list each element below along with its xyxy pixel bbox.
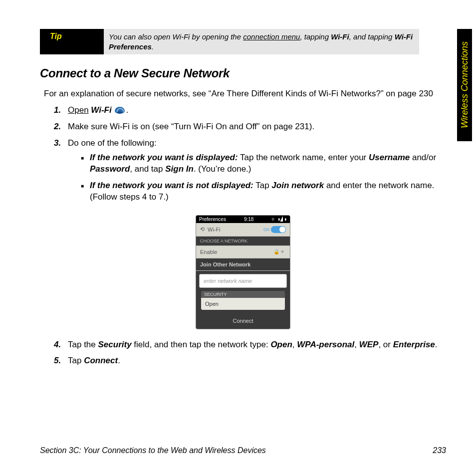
signal-icon: 🔒 ᯤ: [273, 249, 286, 254]
network-name-input[interactable]: enter network name: [199, 274, 287, 288]
tip-bold: Wi-Fi: [331, 32, 349, 41]
footer-section: Section 3C: Your Connections to the Web …: [40, 446, 266, 455]
manual-page: Wireless Connections Tip You can also op…: [0, 0, 476, 476]
term: Enterprise: [393, 340, 435, 349]
tip-body: You can also open Wi-Fi by opening the c…: [104, 29, 419, 54]
network-row-enable[interactable]: Enable 🔒 ᯤ: [196, 246, 290, 258]
tip-label: Tip: [40, 29, 104, 54]
step-number: 4.: [54, 339, 68, 351]
step-number: 1.: [54, 105, 68, 116]
term: Connect: [84, 356, 118, 365]
step-text: Do one of the following:: [68, 138, 157, 148]
term: WPA-personal: [297, 340, 354, 349]
steps-list: 1. Open Wi-Fi . 2. Make sure Wi-Fi is on…: [54, 105, 448, 208]
sub-text: Tap: [253, 181, 272, 190]
open-link[interactable]: Open: [68, 105, 89, 115]
step-text: .: [118, 356, 120, 365]
step-5: 5. Tap Connect.: [54, 355, 448, 367]
sub-bold: If the network you want is displayed:: [90, 153, 238, 162]
step-1: 1. Open Wi-Fi .: [54, 105, 448, 116]
wifi-toggle[interactable]: [271, 226, 286, 233]
sub-text: Tap the network name, enter your: [238, 153, 369, 162]
step-text: field, and then tap the network type:: [132, 340, 271, 349]
term: Security: [98, 340, 132, 349]
wifi-label: Wi-Fi: [208, 227, 221, 233]
term: Password: [90, 164, 130, 174]
step-text: ,: [354, 340, 359, 349]
sub-text: and/or: [410, 153, 436, 162]
tip-box: Tip You can also open Wi-Fi by opening t…: [40, 29, 419, 54]
side-tab: Wireless Connections: [457, 29, 472, 141]
step-text: .: [435, 340, 438, 349]
sub-text: , and tap: [130, 164, 165, 174]
network-name: Enable: [200, 249, 217, 255]
step-text: , or: [378, 340, 393, 349]
sub-list: ■ If the network you want is displayed: …: [81, 152, 448, 203]
step-2: 2. Make sure Wi-Fi is on (see “Turn Wi-F…: [54, 121, 448, 133]
toggle-label: On: [263, 227, 269, 232]
security-field[interactable]: SECURITY Open: [201, 291, 285, 310]
sub-bold: If the network you want is not displayed…: [90, 181, 253, 190]
step-4: 4. Tap the Security field, and then tap …: [54, 339, 448, 351]
app-name: Wi-Fi: [91, 105, 111, 115]
page-footer: Section 3C: Your Connections to the Web …: [40, 446, 446, 455]
step-text: Tap: [68, 356, 84, 365]
choose-network-header: CHOOSE A NETWORK: [196, 237, 290, 246]
connect-button[interactable]: Connect: [196, 314, 290, 329]
sub-text: . (You’re done.): [194, 164, 251, 174]
step-text: .: [126, 105, 128, 115]
step-number: 3.: [54, 138, 68, 208]
section-heading: Connect to a New Secure Network: [40, 66, 446, 80]
status-time: 9:18: [244, 217, 253, 222]
status-left: Preferences: [199, 217, 226, 222]
step-number: 5.: [54, 355, 68, 367]
tip-text: , and tapping: [349, 32, 395, 41]
wifi-icon: [115, 107, 125, 114]
phone-status-bar: Preferences 9:18 ᯤ ▮◢ ▮: [196, 216, 290, 223]
bullet-icon: ■: [81, 180, 90, 203]
tip-text: You can also open Wi-Fi by opening the: [109, 32, 243, 41]
security-value: Open: [201, 298, 285, 310]
term: Open: [270, 340, 292, 349]
step-3: 3. Do one of the following: ■ If the net…: [54, 138, 448, 208]
connection-menu-link[interactable]: connection menu: [243, 32, 300, 41]
status-icons: ᯤ ▮◢ ▮: [271, 217, 287, 222]
tip-text: , tapping: [300, 32, 331, 41]
phone-screenshot: Preferences 9:18 ᯤ ▮◢ ▮ ⟲Wi-Fi On CHOOSE…: [40, 215, 446, 329]
phone-screen: Preferences 9:18 ᯤ ▮◢ ▮ ⟲Wi-Fi On CHOOSE…: [196, 215, 290, 329]
step-number: 2.: [54, 121, 68, 133]
wifi-small-icon: ⟲: [200, 226, 205, 233]
sub-item-not-displayed: ■ If the network you want is not display…: [81, 180, 448, 203]
bullet-icon: ■: [81, 152, 90, 175]
security-label: SECURITY: [201, 291, 285, 298]
term: Join network: [271, 181, 324, 190]
tip-text: .: [152, 42, 154, 51]
join-other-title: Join Other Network: [196, 258, 290, 271]
step-text: Make sure Wi-Fi is on (see “Turn Wi-Fi O…: [68, 121, 448, 133]
term: Username: [369, 153, 410, 162]
step-text: ,: [292, 340, 297, 349]
term: WEP: [359, 340, 379, 349]
wifi-toggle-row: ⟲Wi-Fi On: [196, 223, 290, 237]
intro-paragraph: For an explanation of secure networks, s…: [44, 88, 453, 100]
step-text: Tap the: [68, 340, 98, 349]
page-number: 233: [433, 446, 446, 455]
steps-list-cont: 4. Tap the Security field, and then tap …: [54, 339, 448, 367]
term: Sign In: [165, 164, 194, 174]
sub-item-displayed: ■ If the network you want is displayed: …: [81, 152, 448, 175]
